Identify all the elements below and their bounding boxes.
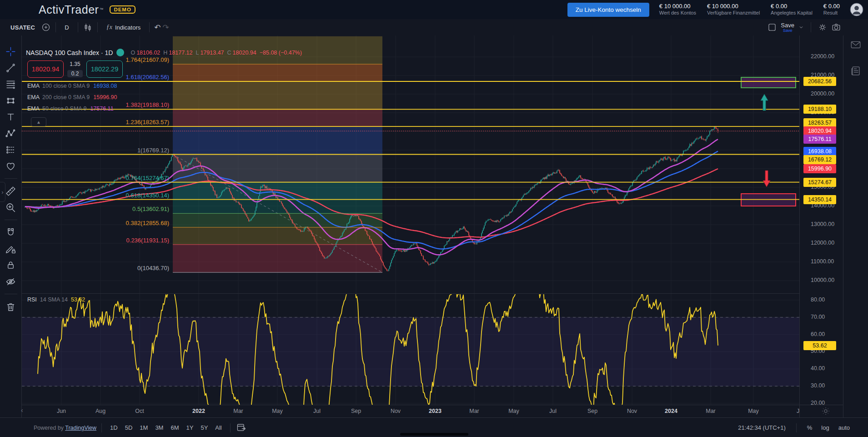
news-button[interactable] (849, 65, 863, 78)
indicator-row[interactable]: EMA100 close 0 SMA 916938.08 (27, 83, 302, 89)
range-1m-button[interactable]: 1M (136, 422, 151, 433)
time-label: Nov (391, 408, 401, 414)
header-right: Zu Live-Konto wechseln € 10 000.00Wert d… (567, 0, 863, 19)
range-3m-button[interactable]: 3M (152, 422, 166, 433)
range-5d-button[interactable]: 5D (122, 422, 136, 433)
os-home-indicator (400, 433, 468, 436)
account-stat-value: € 10 000.00 (659, 3, 696, 10)
range-5y-button[interactable]: 5Y (197, 422, 211, 433)
tradingview-link[interactable]: TradingView (65, 425, 96, 431)
powered-by-label: Powered by (34, 425, 64, 431)
sidebar-expand-handle[interactable]: › (0, 182, 5, 202)
svg-text:0.236(11931.15): 0.236(11931.15) (126, 237, 169, 244)
indicator-value: 17576.11 (90, 105, 113, 112)
log-scale-button[interactable]: log (818, 423, 832, 432)
chart-style-candles-icon[interactable] (83, 22, 93, 32)
range-1y-button[interactable]: 1Y (183, 422, 197, 433)
ohlc-key: O (130, 50, 135, 56)
forecast-icon (5, 144, 16, 156)
tool-trend-line-button[interactable] (4, 61, 18, 75)
switch-to-live-button[interactable]: Zu Live-Konto wechseln (567, 3, 649, 17)
sell-bid-button[interactable]: 18020.94 (27, 60, 64, 78)
tool-magnet-button[interactable] (4, 226, 18, 239)
layout-icon[interactable] (767, 22, 777, 32)
symbol-button[interactable]: USATEC (6, 22, 39, 33)
crosshair-icon (5, 46, 16, 57)
tool-text-button[interactable] (4, 110, 18, 124)
logo-tm: ™ (99, 7, 103, 12)
snapshot-camera-icon[interactable] (831, 22, 841, 32)
compare-add-icon[interactable] (41, 22, 51, 32)
indicator-name: EMA (27, 105, 40, 112)
legend-collapse-button[interactable]: ▲ (31, 117, 46, 126)
account-stat-label: Verfügbare Finanzmittel (707, 10, 760, 16)
range-1d-button[interactable]: 1D (107, 422, 121, 433)
indicator-name: EMA (27, 83, 40, 89)
indicator-value: 16938.08 (93, 83, 117, 89)
brush-shapes-icon (5, 95, 16, 106)
ohlc-value: 17913.47 (200, 50, 224, 56)
lock-all-icon (5, 260, 16, 271)
timeframe-bar-collapse-icon[interactable]: ‹ (21, 407, 23, 414)
time-label: Jun (57, 408, 66, 414)
undo-icon[interactable]: ↶ (154, 23, 161, 32)
tool-lock-all-button[interactable] (4, 258, 18, 272)
tool-crosshair-button[interactable] (4, 45, 18, 58)
auto-scale-button[interactable]: auto (836, 423, 853, 432)
indicator-params: 200 close 0 SMA 9 (42, 94, 90, 100)
tool-zoom-in-button[interactable] (4, 201, 18, 214)
tool-brush-shapes-button[interactable] (4, 94, 18, 107)
range-6m-button[interactable]: 6M (167, 422, 182, 433)
save-chevron-icon[interactable] (798, 22, 804, 32)
session-sun-icon[interactable] (821, 407, 831, 417)
news-icon (850, 65, 862, 77)
avatar[interactable] (850, 3, 863, 16)
tool-fib-retracement-button[interactable] (4, 77, 18, 91)
tool-drawing-mode-lock-button[interactable] (4, 242, 18, 256)
goto-date-icon[interactable] (236, 422, 247, 434)
price-tag: 17576.11 (803, 135, 836, 144)
interval-button[interactable]: D (60, 22, 73, 33)
mail-button[interactable] (849, 38, 863, 52)
spread-value: 1.35 (70, 61, 80, 67)
rsi-tick: 60.00 (811, 331, 825, 337)
trend-line-icon (5, 62, 16, 74)
price-tick: 12000.00 (811, 240, 834, 246)
clock-button[interactable]: 21:42:34 (UTC+1) (735, 424, 788, 432)
account-stats: € 10 000.00Wert des Kontos€ 10 000.00Ver… (659, 3, 840, 16)
symbol-title[interactable]: NASDAQ 100 Cash Index · 1D (26, 49, 113, 56)
buy-ask-button[interactable]: 18022.29 (86, 60, 123, 78)
quantity-stepper[interactable]: 0.2 (67, 70, 83, 77)
account-stat: € 10 000.00Wert des Kontos (659, 3, 696, 16)
top-header: ActivTrader™ DEMO Zu Live-Konto wechseln… (0, 0, 868, 20)
range-all-button[interactable]: All (212, 422, 225, 433)
time-axis[interactable]: JunAugOct2022MarMayJulSepNov2023MarMayJu… (22, 405, 799, 418)
ohlc-values: O18106.02H18177.12L17913.47C18020.94−85.… (130, 50, 301, 56)
rsi-value: 53.62 (71, 296, 85, 303)
settings-gear-icon[interactable] (818, 22, 828, 32)
save-button[interactable]: Save Save (781, 22, 794, 33)
time-label: May (748, 408, 759, 414)
indicator-legend-rows: EMA100 close 0 SMA 916938.08EMA200 close… (26, 83, 302, 112)
redo-icon[interactable]: ↷ (163, 23, 169, 32)
price-axis[interactable]: 22000.0021000.0020000.0019000.0018000.00… (799, 35, 843, 405)
xabcd-pattern-icon (5, 128, 16, 139)
drawing-toolbar (0, 35, 22, 417)
save-sublabel: Save (783, 29, 793, 33)
indicator-row[interactable]: EMA50 close 0 SMA 917576.11 (27, 105, 302, 112)
logo-text: ActivTrader (39, 3, 99, 16)
tool-emoji-heart-button[interactable] (4, 159, 18, 173)
sidebar-divider (5, 294, 17, 294)
tool-xabcd-pattern-button[interactable] (4, 126, 18, 140)
indicator-row[interactable]: EMA200 close 0 SMA 915996.90 (27, 94, 302, 100)
indicators-button[interactable]: ƒx Indicators (102, 22, 145, 33)
tool-remove-all-button[interactable] (4, 300, 18, 313)
indicator-name: EMA (27, 94, 40, 100)
tool-forecast-button[interactable] (4, 143, 18, 156)
activtrader-app: ActivTrader™ DEMO Zu Live-Konto wechseln… (0, 0, 868, 437)
time-label: Mar (469, 408, 479, 414)
tool-ruler-button[interactable] (4, 184, 18, 198)
percent-scale-button[interactable]: % (804, 423, 815, 432)
rsi-name: RSI (27, 296, 37, 303)
tool-hide-all-button[interactable] (4, 275, 18, 288)
